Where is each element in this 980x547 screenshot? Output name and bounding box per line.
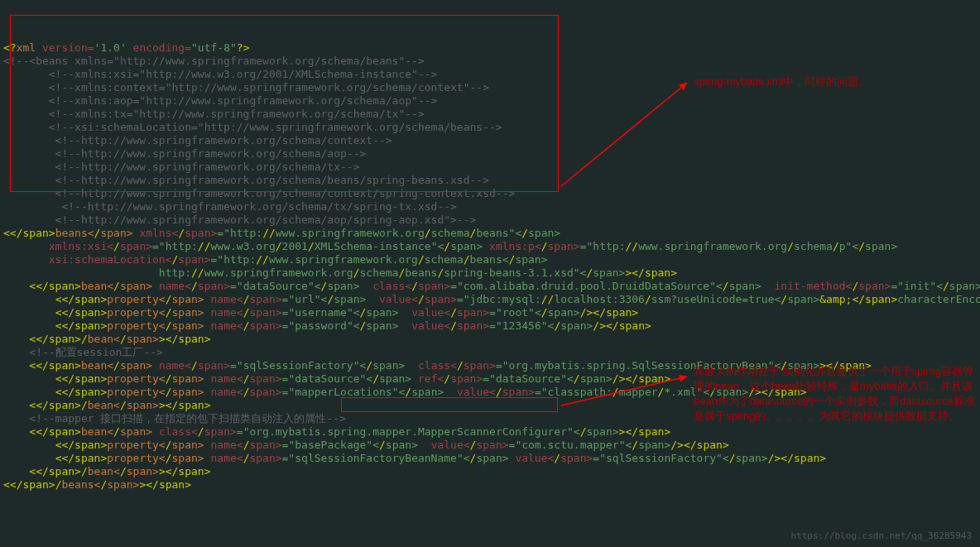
code-line: <?xml version='1.0' encoding="utf-8"?> — [3, 41, 980, 55]
code-line: <!--<beans xmlns="http://www.springframe… — [3, 55, 980, 68]
code-line: <!--http://www.springframework.org/schem… — [3, 214, 980, 227]
code-line: xmlns:xsi</span>="http://www.w3.org/2001… — [3, 240, 980, 253]
code-line: <!--xmlns:tx="http://www.springframework… — [3, 108, 980, 121]
code-line: <</span>/beans</span>></span> — [3, 478, 980, 492]
code-line: <</span>beans</span> xmlns</span>="http:… — [3, 227, 980, 240]
watermark: https://blog.csdn.net/qq_36285943 — [790, 530, 972, 543]
code-line: <</span>property</span> name</span>="use… — [3, 306, 980, 319]
code-line: <!--http://www.springframework.org/schem… — [3, 187, 980, 200]
annotation-text-2: 其最大的作用在于 实例化并且提供了一个用于spirng容器管理的bean，这个b… — [694, 364, 975, 424]
code-line: <!--http://www.springframework.org/schem… — [3, 134, 980, 147]
code-line: <</span>bean</span> name</span>="dataSou… — [3, 280, 980, 293]
code-line: <</span>property</span> name</span>="pas… — [3, 319, 980, 333]
code-line: <</span>/bean</span>></span> — [3, 333, 980, 346]
code-line: http://www.springframework.org/schema/be… — [3, 266, 980, 280]
code-line: <</span>bean</span> class</span>="org.my… — [3, 425, 980, 439]
code-line: <!--xmlns:aop="http://www.springframewor… — [3, 94, 980, 108]
code-line: <!--配置session工厂--> — [3, 346, 980, 359]
code-editor: <?xml version='1.0' encoding="utf-8"?><!… — [0, 40, 980, 492]
code-line: <</span>property</span> name</span>="url… — [3, 293, 980, 306]
code-line: <</span>/bean</span>></span> — [3, 465, 980, 478]
code-line: <!--http://www.springframework.org/schem… — [3, 147, 980, 161]
code-line: <!--http://www.springframework.org/schem… — [3, 200, 980, 214]
code-line: <!--http://www.springframework.org/schem… — [3, 161, 980, 174]
code-line: <</span>property</span> name</span>="bas… — [3, 439, 980, 452]
annotation-text-1: spirng-mybatis.xml中，同样的问题。 — [694, 74, 967, 89]
code-line: xsi:schemaLocation</span>="http://www.sp… — [3, 253, 980, 266]
code-line: <</span>property</span> name</span>="sql… — [3, 452, 980, 465]
code-line: <!--http://www.springframework.org/schem… — [3, 174, 980, 187]
code-line: <!--xsi:schemaLocation="http://www.sprin… — [3, 121, 980, 134]
